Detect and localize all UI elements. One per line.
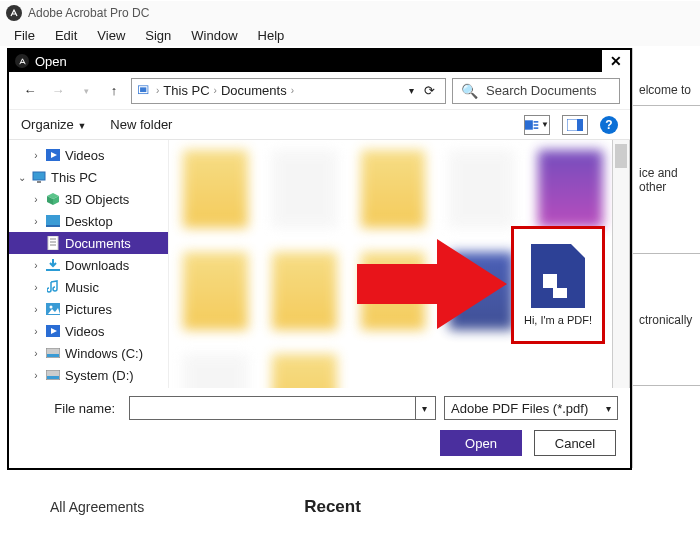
- dialog-footer: File name: ▾ Adobe PDF Files (*.pdf) ▾ O…: [9, 388, 630, 468]
- videos-icon: [45, 147, 61, 163]
- filetype-value: Adobe PDF Files (*.pdf): [451, 401, 588, 416]
- nav-recent-dropdown[interactable]: ▾: [75, 80, 97, 102]
- svg-rect-7: [577, 119, 583, 131]
- document-icon: [45, 235, 61, 251]
- menu-help[interactable]: Help: [250, 26, 293, 45]
- breadcrumb-current[interactable]: Documents: [221, 83, 287, 98]
- svg-rect-5: [534, 127, 539, 129]
- dialog-title-text: Open: [35, 54, 67, 69]
- newfolder-button[interactable]: New folder: [110, 117, 172, 132]
- view-mode-button[interactable]: ▼: [524, 115, 550, 135]
- bg-welcome: elcome to: [633, 48, 700, 106]
- music-icon: [45, 279, 61, 295]
- filetype-select[interactable]: Adobe PDF Files (*.pdf) ▾: [444, 396, 618, 420]
- filename-label: File name:: [21, 401, 121, 416]
- menu-sign[interactable]: Sign: [137, 26, 179, 45]
- bg-office: ice and other: [633, 106, 700, 254]
- svg-rect-2: [525, 120, 533, 129]
- cube-icon: [45, 191, 61, 207]
- chevron-down-icon: ▼: [77, 121, 86, 131]
- chevron-right-icon: ›: [214, 85, 217, 96]
- filename-input[interactable]: ▾: [129, 396, 436, 420]
- nav-back-button[interactable]: ←: [19, 80, 41, 102]
- download-icon: [45, 257, 61, 273]
- cancel-button[interactable]: Cancel: [534, 430, 616, 456]
- tree-item-thispc[interactable]: ⌄This PC: [9, 166, 168, 188]
- all-agreements-label[interactable]: All Agreements: [50, 499, 144, 515]
- background-sidebar: elcome to ice and other ctronically: [632, 48, 700, 468]
- tree-item-videos[interactable]: ›Videos: [9, 144, 168, 166]
- scrollbar-thumb[interactable]: [615, 144, 627, 168]
- folder-tree[interactable]: ›Videos ⌄This PC ›3D Objects ›Desktop Do…: [9, 140, 169, 388]
- dialog-nav: ← → ▾ ↑ › This PC › Documents › ▾ ⟳ 🔍 Se…: [9, 72, 630, 110]
- recent-heading: Recent: [304, 497, 361, 517]
- tree-item-desktop[interactable]: ›Desktop: [9, 210, 168, 232]
- dialog-body: ›Videos ⌄This PC ›3D Objects ›Desktop Do…: [9, 140, 630, 388]
- highlighted-file-label: Hi, I'm a PDF!: [524, 314, 592, 326]
- videos-icon: [45, 323, 61, 339]
- bg-electron: ctronically: [633, 254, 700, 386]
- tree-item-downloads[interactable]: ›Downloads: [9, 254, 168, 276]
- dialog-toolbar: Organize ▼ New folder ▼ ?: [9, 110, 630, 140]
- svg-rect-10: [33, 172, 45, 180]
- menu-window[interactable]: Window: [183, 26, 245, 45]
- acrobat-logo-icon: [6, 5, 22, 21]
- dialog-titlebar: Open ✕: [9, 50, 630, 72]
- svg-rect-1: [140, 87, 146, 92]
- svg-rect-11: [37, 181, 41, 183]
- desktop-icon: [45, 213, 61, 229]
- tree-item-3dobjects[interactable]: ›3D Objects: [9, 188, 168, 210]
- drive-icon: [45, 345, 61, 361]
- chevron-down-icon[interactable]: ▾: [415, 397, 433, 419]
- chevron-down-icon: ▾: [606, 403, 611, 414]
- file-list[interactable]: Hi, I'm a PDF!: [169, 140, 630, 388]
- highlighted-file[interactable]: Hi, I'm a PDF!: [511, 226, 605, 344]
- open-dialog: Open ✕ ← → ▾ ↑ › This PC › Documents › ▾…: [7, 48, 632, 470]
- tree-item-documents[interactable]: Documents: [9, 232, 168, 254]
- tree-item-videos2[interactable]: ›Videos: [9, 320, 168, 342]
- svg-rect-28: [47, 354, 59, 357]
- chevron-right-icon: ›: [156, 85, 159, 96]
- search-icon: 🔍: [461, 83, 478, 99]
- menu-edit[interactable]: Edit: [47, 26, 85, 45]
- breadcrumb-pc-icon: [136, 83, 152, 99]
- svg-rect-4: [534, 124, 539, 126]
- tree-item-pictures[interactable]: ›Pictures: [9, 298, 168, 320]
- app-title: Adobe Acrobat Pro DC: [28, 6, 149, 20]
- pdf-file-icon: [531, 244, 585, 308]
- menu-file[interactable]: File: [6, 26, 43, 45]
- breadcrumb-dropdown-icon[interactable]: ▾: [409, 85, 414, 96]
- svg-rect-3: [534, 121, 539, 123]
- app-titlebar: Adobe Acrobat Pro DC: [0, 0, 700, 24]
- chevron-right-icon: ›: [291, 85, 294, 96]
- menubar: File Edit View Sign Window Help: [0, 24, 700, 46]
- tree-item-cdrive[interactable]: ›Windows (C:): [9, 342, 168, 364]
- nav-up-button[interactable]: ↑: [103, 80, 125, 102]
- dialog-app-icon: [15, 54, 29, 68]
- dialog-close-button[interactable]: ✕: [602, 50, 630, 72]
- preview-pane-button[interactable]: [562, 115, 588, 135]
- svg-rect-17: [48, 236, 58, 250]
- help-button[interactable]: ?: [600, 116, 618, 134]
- organize-button[interactable]: Organize ▼: [21, 117, 86, 132]
- chevron-down-icon: ▼: [541, 120, 549, 129]
- drive-icon: [45, 367, 61, 383]
- svg-point-23: [50, 306, 53, 309]
- svg-rect-30: [47, 376, 59, 379]
- nav-forward-button[interactable]: →: [47, 80, 69, 102]
- breadcrumb-root[interactable]: This PC: [163, 83, 209, 98]
- tree-item-music[interactable]: ›Music: [9, 276, 168, 298]
- svg-rect-21: [46, 269, 60, 271]
- search-placeholder: Search Documents: [486, 83, 597, 98]
- pictures-icon: [45, 301, 61, 317]
- open-button[interactable]: Open: [440, 430, 522, 456]
- monitor-icon: [31, 169, 47, 185]
- menu-view[interactable]: View: [89, 26, 133, 45]
- svg-rect-16: [46, 225, 60, 227]
- tree-item-ddrive[interactable]: ›System (D:): [9, 364, 168, 386]
- page-bottom: All Agreements Recent: [0, 478, 700, 536]
- refresh-icon[interactable]: ⟳: [424, 83, 435, 98]
- search-input[interactable]: 🔍 Search Documents: [452, 78, 620, 104]
- breadcrumb[interactable]: › This PC › Documents › ▾ ⟳: [131, 78, 446, 104]
- svg-rect-15: [46, 215, 60, 225]
